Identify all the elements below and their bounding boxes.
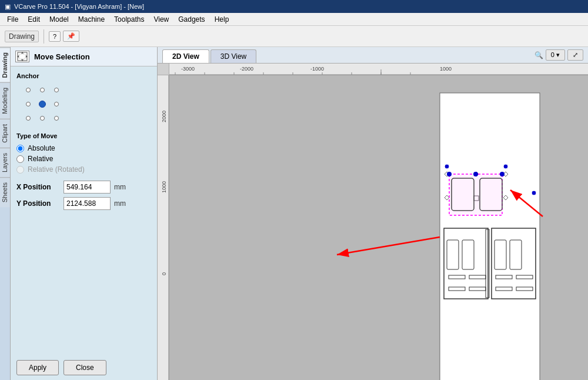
- ruler-horizontal: -3000 -2000 -1000 1000: [169, 64, 588, 75]
- toolbar-separator: [44, 29, 44, 44]
- svg-rect-0: [18, 52, 27, 61]
- svg-text:1000: 1000: [161, 181, 167, 193]
- view-tabs: 2D View 3D View 🔍 0 ▾ ⤢: [158, 47, 588, 64]
- menu-gadgets[interactable]: Gadgets: [173, 14, 209, 25]
- radio-absolute[interactable]: Absolute: [16, 144, 151, 152]
- view-controls: 🔍 0 ▾ ⤢: [534, 49, 583, 63]
- side-tab-clipart[interactable]: Clipart: [0, 119, 10, 148]
- ruler-vertical: 2000 1000 0: [158, 75, 169, 380]
- radio-relative[interactable]: Relative: [16, 155, 151, 163]
- side-tab-layers[interactable]: Layers: [0, 148, 10, 177]
- anchor-tl[interactable]: [22, 84, 34, 96]
- menu-view[interactable]: View: [149, 14, 173, 25]
- side-tab-modeling[interactable]: Modeling: [0, 82, 10, 119]
- side-tab-sheets[interactable]: Sheets: [0, 177, 10, 207]
- button-row: Apply Close: [11, 355, 157, 380]
- svg-rect-1: [19, 54, 25, 59]
- anchor-mr[interactable]: [51, 98, 62, 110]
- radio-group: Absolute Relative Relative (Rotated): [16, 144, 151, 174]
- y-position-row: Y Position mm: [16, 197, 151, 210]
- main-layout: Drawing Modeling Clipart Layers Sheets M…: [0, 47, 588, 380]
- zoom-dropdown[interactable]: 0 ▾: [546, 49, 565, 61]
- radio-relative-rotated: Relative (Rotated): [16, 165, 151, 174]
- radio-relative-label: Relative: [28, 155, 53, 163]
- svg-text:-3000: -3000: [181, 66, 195, 72]
- radio-absolute-input[interactable]: [16, 145, 24, 152]
- tab-3d-view[interactable]: 3D View: [211, 49, 256, 63]
- titlebar: ▣ VCarve Pro 11.504 - [Vigyan Ashram] - …: [0, 0, 588, 13]
- title-text: VCarve Pro 11.504 - [Vigyan Ashram] - [N…: [14, 3, 144, 10]
- svg-point-57: [473, 172, 478, 176]
- canvas-wrapper[interactable]: -3000 -2000 -1000 1000: [158, 64, 588, 380]
- anchor-bl[interactable]: [22, 112, 34, 124]
- menu-edit[interactable]: Edit: [23, 14, 45, 25]
- title-icon: ▣: [5, 3, 11, 11]
- svg-point-26: [445, 164, 449, 169]
- anchor-center[interactable]: [36, 98, 48, 110]
- anchor-ml[interactable]: [22, 98, 34, 110]
- menu-help[interactable]: Help: [210, 14, 234, 25]
- type-of-move-label: Type of Move: [16, 132, 151, 139]
- svg-point-28: [532, 191, 536, 195]
- toolbar-pin-btn[interactable]: 📌: [63, 31, 79, 42]
- svg-text:1000: 1000: [440, 66, 452, 72]
- panel-title: Move Selection: [34, 52, 90, 61]
- side-tab-drawing[interactable]: Drawing: [0, 47, 10, 82]
- x-position-unit: mm: [114, 183, 126, 191]
- canvas[interactable]: [169, 75, 588, 380]
- ruler-corner: [158, 64, 169, 75]
- apply-button[interactable]: Apply: [16, 360, 59, 375]
- radio-relative-input[interactable]: [16, 155, 24, 163]
- y-position-input[interactable]: [64, 197, 111, 210]
- zoom-icon: 🔍: [534, 51, 543, 59]
- svg-text:2000: 2000: [161, 111, 167, 122]
- tab-2d-view[interactable]: 2D View: [162, 49, 209, 63]
- radio-absolute-label: Absolute: [28, 144, 55, 152]
- svg-point-58: [500, 172, 505, 176]
- toolbar-drawing-label: Drawing: [5, 31, 39, 42]
- svg-point-27: [503, 164, 508, 169]
- svg-text:-1000: -1000: [310, 66, 324, 72]
- menu-machine[interactable]: Machine: [74, 14, 109, 25]
- y-position-label: Y Position: [16, 199, 64, 208]
- svg-text:0: 0: [161, 272, 167, 275]
- x-position-input[interactable]: [64, 181, 111, 194]
- menu-toolpaths[interactable]: Toolpaths: [109, 14, 149, 25]
- view-area: 2D View 3D View 🔍 0 ▾ ⤢ -3000 -2000 -100…: [158, 47, 588, 380]
- anchor-tc[interactable]: [36, 84, 48, 96]
- anchor-bc[interactable]: [36, 112, 48, 124]
- side-tabs: Drawing Modeling Clipart Layers Sheets: [0, 47, 11, 380]
- close-button[interactable]: Close: [64, 360, 106, 375]
- anchor-grid: [22, 84, 151, 124]
- svg-text:-2000: -2000: [240, 66, 253, 72]
- svg-point-56: [447, 172, 452, 176]
- menu-model[interactable]: Model: [45, 14, 74, 25]
- anchor-tr[interactable]: [51, 84, 62, 96]
- canvas-svg: [169, 75, 588, 380]
- toolbar: Drawing ? 📌: [0, 26, 588, 47]
- y-position-unit: mm: [114, 199, 126, 208]
- anchor-br[interactable]: [51, 112, 62, 124]
- radio-relative-rotated-label: Relative (Rotated): [28, 165, 85, 174]
- radio-relative-rotated-input: [16, 166, 24, 174]
- toolbar-help-btn[interactable]: ?: [49, 31, 61, 42]
- anchor-label: Anchor: [16, 72, 151, 79]
- svg-rect-35: [449, 174, 502, 215]
- fit-view-btn[interactable]: ⤢: [567, 49, 583, 61]
- panel-content: Anchor Type of Move Absolut: [11, 66, 157, 355]
- x-position-label: X Position: [16, 183, 64, 191]
- x-position-row: X Position mm: [16, 181, 151, 194]
- drawing-sheet: [440, 93, 540, 380]
- panel-header: Move Selection: [11, 47, 157, 66]
- menu-file[interactable]: File: [2, 14, 23, 25]
- panel-icon: [15, 51, 29, 62]
- menubar: File Edit Model Machine Toolpaths View G…: [0, 13, 588, 26]
- left-panel: Move Selection Anchor Type of Move: [11, 47, 158, 380]
